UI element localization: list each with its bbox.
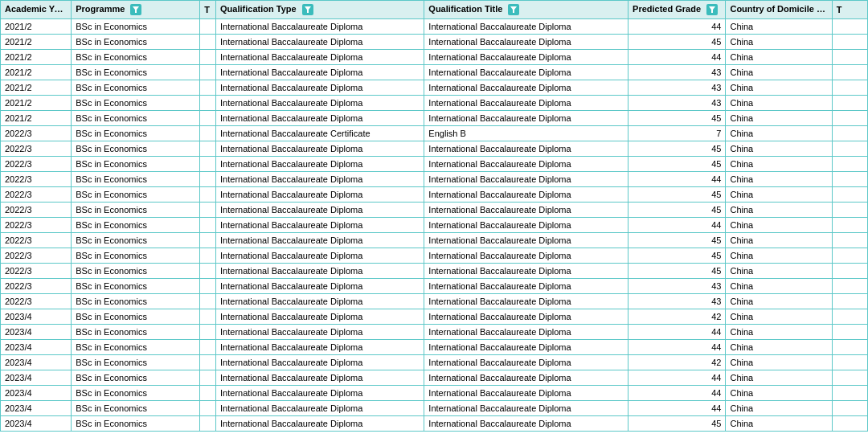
col-header-predicted-grade[interactable]: Predicted Grade: [628, 1, 726, 19]
cell-academic_year: 2023/4: [1, 309, 72, 325]
table-row: 2022/3BSc in EconomicsInternational Bacc…: [1, 233, 868, 248]
cell-type_tag: [200, 309, 216, 325]
cell-qual_title: International Baccalaureate Diploma: [424, 19, 628, 35]
cell-qual_type: International Baccalaureate Diploma: [216, 80, 424, 96]
cell-academic_year: 2022/3: [1, 203, 72, 218]
cell-extra: [832, 340, 867, 355]
cell-qual_title: International Baccalaureate Diploma: [424, 248, 628, 264]
cell-extra: [832, 187, 867, 203]
filter-qual-type-button[interactable]: [302, 4, 313, 15]
cell-programme: BSc in Economics: [72, 50, 200, 65]
cell-extra: [832, 19, 867, 35]
cell-extra: [832, 96, 867, 111]
table-row: 2023/4BSc in EconomicsInternational Bacc…: [1, 416, 868, 432]
filter-qual-title-button[interactable]: [508, 4, 519, 15]
table-row: 2022/3BSc in EconomicsInternational Bacc…: [1, 141, 868, 157]
cell-qual_type: International Baccalaureate Diploma: [216, 355, 424, 370]
cell-extra: [832, 111, 867, 126]
cell-predicted_grade: 44: [628, 325, 726, 340]
cell-type_tag: [200, 96, 216, 111]
cell-extra: [832, 172, 867, 187]
cell-qual_type: International Baccalaureate Diploma: [216, 294, 424, 309]
cell-academic_year: 2022/3: [1, 248, 72, 264]
cell-type_tag: [200, 218, 216, 233]
cell-qual_title: International Baccalaureate Diploma: [424, 187, 628, 203]
cell-academic_year: 2023/4: [1, 401, 72, 416]
cell-qual_title: International Baccalaureate Diploma: [424, 172, 628, 187]
table-row: 2022/3BSc in EconomicsInternational Bacc…: [1, 294, 868, 309]
cell-type_tag: [200, 172, 216, 187]
cell-qual_title: International Baccalaureate Diploma: [424, 325, 628, 340]
table-row: 2021/2BSc in EconomicsInternational Bacc…: [1, 111, 868, 126]
cell-programme: BSc in Economics: [72, 340, 200, 355]
cell-type_tag: [200, 65, 216, 80]
cell-predicted_grade: 45: [628, 203, 726, 218]
cell-predicted_grade: 45: [628, 157, 726, 172]
cell-type_tag: [200, 355, 216, 370]
col-header-type-tag: T: [200, 1, 216, 19]
cell-qual_type: International Baccalaureate Diploma: [216, 111, 424, 126]
cell-programme: BSc in Economics: [72, 80, 200, 96]
cell-predicted_grade: 43: [628, 65, 726, 80]
cell-predicted_grade: 44: [628, 401, 726, 416]
col-header-country[interactable]: Country of Domicile: [726, 1, 832, 19]
table-row: 2021/2BSc in EconomicsInternational Bacc…: [1, 50, 868, 65]
filter-predicted-grade-button[interactable]: [706, 4, 718, 15]
cell-academic_year: 2023/4: [1, 325, 72, 340]
table-row: 2022/3BSc in EconomicsInternational Bacc…: [1, 126, 868, 141]
cell-academic_year: 2022/3: [1, 218, 72, 233]
cell-qual_type: International Baccalaureate Diploma: [216, 187, 424, 203]
cell-programme: BSc in Economics: [72, 279, 200, 294]
cell-qual_type: International Baccalaureate Diploma: [216, 96, 424, 111]
cell-predicted_grade: 7: [628, 126, 726, 141]
cell-country: China: [726, 157, 832, 172]
cell-qual_title: International Baccalaureate Diploma: [424, 340, 628, 355]
cell-predicted_grade: 43: [628, 294, 726, 309]
table-row: 2023/4BSc in EconomicsInternational Bacc…: [1, 309, 868, 325]
cell-academic_year: 2022/3: [1, 126, 72, 141]
cell-country: China: [726, 386, 832, 401]
cell-academic_year: 2022/3: [1, 279, 72, 294]
col-header-academic-year[interactable]: Academic Year: [1, 1, 72, 19]
cell-academic_year: 2022/3: [1, 264, 72, 279]
cell-qual_title: International Baccalaureate Diploma: [424, 111, 628, 126]
cell-academic_year: 2023/4: [1, 340, 72, 355]
cell-country: China: [726, 172, 832, 187]
cell-academic_year: 2021/2: [1, 96, 72, 111]
svg-marker-5: [822, 6, 829, 13]
cell-qual_title: International Baccalaureate Diploma: [424, 401, 628, 416]
cell-type_tag: [200, 50, 216, 65]
cell-qual_type: International Baccalaureate Diploma: [216, 248, 424, 264]
table-row: 2021/2BSc in EconomicsInternational Bacc…: [1, 65, 868, 80]
cell-predicted_grade: 44: [628, 340, 726, 355]
cell-qual_title: International Baccalaureate Diploma: [424, 309, 628, 325]
cell-programme: BSc in Economics: [72, 386, 200, 401]
cell-qual_title: International Baccalaureate Diploma: [424, 294, 628, 309]
col-header-programme[interactable]: Programme: [72, 1, 200, 19]
cell-extra: [832, 325, 867, 340]
col-header-qual-title[interactable]: Qualification Title: [424, 1, 628, 19]
cell-predicted_grade: 44: [628, 172, 726, 187]
cell-country: China: [726, 309, 832, 325]
cell-country: China: [726, 325, 832, 340]
cell-qual_title: International Baccalaureate Diploma: [424, 157, 628, 172]
cell-programme: BSc in Economics: [72, 126, 200, 141]
col-header-qual-type[interactable]: Qualification Type: [216, 1, 424, 19]
cell-qual_title: International Baccalaureate Diploma: [424, 65, 628, 80]
table-row: 2023/4BSc in EconomicsInternational Bacc…: [1, 325, 868, 340]
cell-programme: BSc in Economics: [72, 111, 200, 126]
cell-academic_year: 2022/3: [1, 157, 72, 172]
filter-programme-button[interactable]: [130, 4, 141, 15]
table-row: 2021/2BSc in EconomicsInternational Bacc…: [1, 96, 868, 111]
cell-country: China: [726, 203, 832, 218]
data-table: Academic Year Programme T Qualification …: [0, 0, 868, 432]
cell-country: China: [726, 65, 832, 80]
filter-country-button[interactable]: [820, 4, 831, 15]
cell-type_tag: [200, 264, 216, 279]
cell-programme: BSc in Economics: [72, 355, 200, 370]
cell-academic_year: 2023/4: [1, 355, 72, 370]
table-row: 2021/2BSc in EconomicsInternational Bacc…: [1, 35, 868, 50]
cell-programme: BSc in Economics: [72, 325, 200, 340]
cell-qual_type: International Baccalaureate Diploma: [216, 309, 424, 325]
cell-qual_type: International Baccalaureate Diploma: [216, 50, 424, 65]
